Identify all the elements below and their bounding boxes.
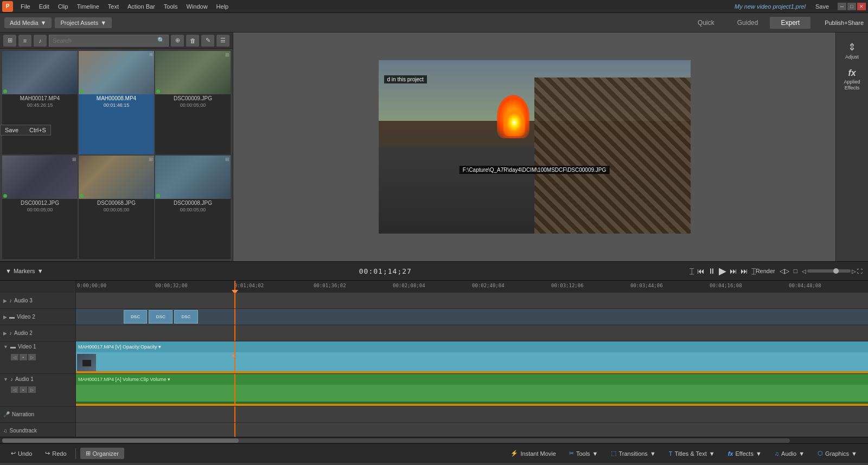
menu-timeline[interactable]: Timeline — [73, 2, 104, 11]
step-back-button[interactable]: ⏸ — [708, 267, 716, 275]
zoom-in-button[interactable]: ▷ — [852, 268, 856, 274]
goto-start-button[interactable]: ⏮ — [697, 267, 705, 275]
track-video1-left[interactable]: ◁ — [11, 354, 18, 360]
track-video1-right[interactable]: ▷ — [28, 354, 36, 360]
goto-end-button[interactable]: ⏭ — [741, 267, 748, 275]
tab-expert[interactable]: Expert — [770, 17, 810, 29]
media-item-4[interactable]: ⊞ DSC00068.JPG 00:00:05;00 — [79, 156, 154, 259]
clip-dsc1[interactable]: DSC — [124, 310, 148, 324]
media-grid: MAH00017.MP4 00:45:26:15 ⊞ MAH00008.MP4 … — [0, 49, 233, 261]
organizer-button[interactable]: ⊞ Organizer — [80, 448, 124, 459]
playhead-video1: ✕ — [234, 352, 235, 373]
clip-dsc3[interactable]: DSC — [174, 310, 198, 324]
track-audio1-expand[interactable]: ▼ — [3, 377, 8, 382]
view-audio-button[interactable]: ♪ — [34, 35, 47, 47]
playhead-audio1 — [234, 385, 235, 406]
audio-button[interactable]: ♫ Audio ▼ — [770, 449, 809, 458]
video1-thumbnail — [77, 354, 96, 372]
view-list-button[interactable]: ≡ — [18, 35, 31, 47]
edit-button[interactable]: ✎ — [201, 35, 214, 47]
track-video2-expand[interactable]: ▶ — [3, 314, 7, 320]
menu-file[interactable]: File — [16, 2, 35, 11]
track-audio3-expand[interactable]: ▶ — [3, 298, 7, 303]
track-content-soundtrack — [76, 423, 868, 437]
track-video1-expand[interactable]: ▼ — [3, 344, 8, 350]
project-assets-button[interactable]: Project Assets ▼ — [55, 17, 112, 28]
tools-button[interactable]: ✂ Tools ▼ — [565, 449, 603, 458]
track-audio1-right[interactable]: ▷ — [28, 386, 36, 393]
close-button[interactable]: ✕ — [857, 3, 866, 10]
media-duration-2: 00:00:05;00 — [155, 102, 231, 109]
media-item-2[interactable]: ⊞ DSC00009.JPG 00:00:05;00 — [155, 51, 231, 154]
menu-edit[interactable]: Edit — [35, 2, 54, 11]
scrollbar-thumb[interactable] — [2, 438, 239, 443]
delete-button[interactable]: 🗑 — [186, 35, 199, 47]
redo-button[interactable]: ↪ Redo — [41, 449, 71, 458]
instant-movie-button[interactable]: ⚡ Instant Movie — [506, 449, 560, 458]
add-media-button[interactable]: Add Media ▼ — [4, 17, 52, 28]
menu-text[interactable]: Text — [104, 2, 123, 11]
menu-clip[interactable]: Clip — [54, 2, 73, 11]
video1-yellow-strip — [76, 371, 868, 373]
track-content-video1-thumb[interactable]: ✕ — [76, 352, 868, 374]
menu-window[interactable]: Window — [182, 2, 212, 11]
ruler-tick-9: 00:04;48;08 — [789, 283, 821, 288]
ruler-spacer — [0, 281, 76, 293]
menu-actionbar[interactable]: Action Bar — [123, 2, 159, 11]
track-video1-center[interactable]: ▪ — [20, 354, 27, 360]
mark-in-button[interactable]: ⌶ — [690, 267, 694, 275]
media-item-0[interactable]: MAH00017.MP4 00:45:26:15 — [2, 51, 78, 154]
zoom-slider[interactable] — [807, 269, 851, 273]
ruler-tick-0: 0:00;00;00 — [77, 283, 106, 288]
media-item-1[interactable]: ⊞ MAH00008.MP4 00:01:46:15 — [79, 51, 154, 154]
view-grid-button[interactable]: ⊞ — [3, 35, 16, 47]
save-tooltip-label: Save — [5, 127, 18, 133]
track-video1-header: ▼ ▬ Video 1 — [3, 344, 72, 350]
zoom-out-button[interactable]: ◁ — [802, 268, 806, 274]
transitions-button[interactable]: ⬚ Transitions ▼ — [607, 449, 660, 458]
applied-effects-button[interactable]: fx Applied Effects — [839, 66, 866, 93]
instant-movie-icon: ⚡ — [510, 450, 518, 457]
track-narration-icon: 🎤 — [3, 411, 10, 417]
minimize-button[interactable]: ─ — [838, 3, 846, 10]
import-button[interactable]: ⊕ — [171, 35, 184, 47]
tab-guided[interactable]: Guided — [726, 17, 769, 29]
render-label[interactable]: Render — [756, 268, 775, 274]
fullscreen-button[interactable]: ⛶ — [857, 268, 863, 274]
left-panel-toolbar: ⊞ ≡ ♪ 🔍 ⊕ 🗑 ✎ ☰ — [0, 33, 233, 49]
effects-button[interactable]: fx Effects ▼ — [724, 449, 766, 458]
track-audio1-controls: ◁ ▪ ▷ — [3, 386, 36, 393]
track-audio1-center[interactable]: ▪ — [20, 386, 27, 393]
menu-tools[interactable]: Tools — [159, 2, 182, 11]
menu-help[interactable]: Help — [212, 2, 233, 11]
timeline-settings-button[interactable]: □ — [794, 267, 797, 275]
tab-quick[interactable]: Quick — [687, 17, 725, 29]
render-options-button[interactable]: ◁▷ — [780, 267, 789, 275]
play-button[interactable]: ▶ — [719, 265, 726, 277]
tools-chevron: ▼ — [592, 450, 598, 457]
maximize-button[interactable]: □ — [847, 3, 856, 10]
media-item-3[interactable]: ⊞ DSC00012.JPG 00:00:05;00 — [2, 156, 78, 259]
search-box: 🔍 — [49, 35, 169, 47]
redo-icon: ↪ — [45, 450, 50, 457]
adjust-button[interactable]: ⇕ Adjust — [839, 37, 866, 64]
track-label-narration: 🎤 Narration — [0, 406, 75, 423]
publish-share-button[interactable]: Publish+Share — [825, 20, 864, 26]
track-label-video1: ▼ ▬ Video 1 ◁ ▪ ▷ — [0, 341, 75, 374]
search-input[interactable] — [53, 37, 157, 44]
step-forward-button[interactable]: ⏭ — [730, 267, 737, 275]
clip-dsc2[interactable]: DSC — [149, 310, 173, 324]
timeline-scrollbar[interactable] — [0, 437, 868, 443]
save-button[interactable]: Save — [811, 2, 833, 11]
menu-button[interactable]: ☰ — [216, 35, 229, 47]
track-audio1-left[interactable]: ◁ — [11, 386, 18, 393]
track-audio2-expand[interactable]: ▶ — [3, 331, 7, 336]
markers-section: ▼ Markers ▼ — [5, 268, 81, 274]
titles-text-button[interactable]: T Titles & Text ▼ — [665, 449, 719, 458]
graphics-button[interactable]: ⬡ Graphics ▼ — [813, 449, 861, 458]
track-content-audio1-top: MAH00017.MP4 [A] Volume:Clip Volume ▾ — [76, 374, 868, 385]
mark-out-button[interactable]: ⌶ — [751, 267, 756, 275]
track-label-soundtrack: ♫ Soundtrack — [0, 423, 75, 437]
undo-button[interactable]: ↩ Undo — [7, 449, 36, 458]
media-item-5[interactable]: ⊞ DSC00008.JPG 00:00:05;00 — [155, 156, 231, 259]
